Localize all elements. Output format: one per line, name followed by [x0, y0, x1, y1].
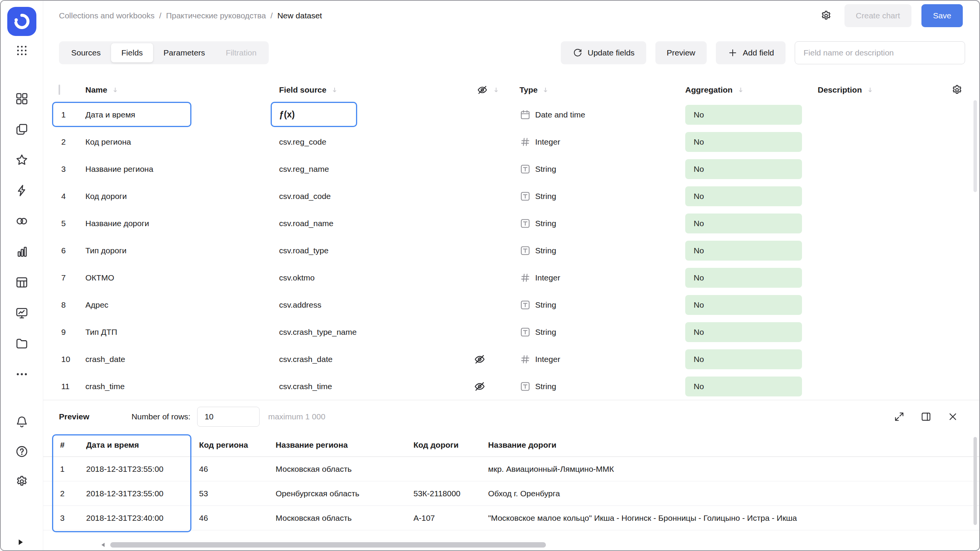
field-type[interactable]: String	[519, 191, 685, 202]
field-aggregation[interactable]: No	[685, 322, 818, 342]
field-type[interactable]: String	[519, 326, 685, 338]
field-aggregation[interactable]: No	[685, 159, 818, 179]
settings-button[interactable]	[818, 7, 835, 24]
table-settings-gear-icon[interactable]	[951, 84, 963, 96]
favorites-button[interactable]	[13, 152, 30, 168]
bell-button[interactable]	[13, 413, 30, 430]
preview-button[interactable]: Preview	[655, 41, 707, 64]
aggregation-select[interactable]: No	[685, 214, 802, 233]
field-name[interactable]: Тип дороги	[85, 246, 279, 255]
horizontal-scrollbar[interactable]	[86, 541, 546, 549]
apps-grid-button[interactable]	[13, 42, 30, 59]
preview-vertical-scrollbar[interactable]	[973, 437, 977, 525]
datalens-logo[interactable]	[7, 7, 36, 36]
field-row[interactable]: 4 Код дороги csv.road_code String No	[43, 183, 979, 210]
field-row[interactable]: 11 crash_time csv.crash_time String No	[43, 373, 979, 400]
aggregation-select[interactable]: No	[685, 349, 802, 369]
field-hidden-cell[interactable]	[467, 380, 519, 393]
field-name[interactable]: Название дороги	[85, 219, 279, 228]
datasets-button[interactable]	[13, 274, 30, 291]
field-aggregation[interactable]: No	[685, 295, 818, 315]
tab-filtration[interactable]: Filtration	[216, 43, 267, 62]
workbooks-button[interactable]	[13, 121, 30, 138]
column-header-type[interactable]: Type	[519, 85, 685, 95]
aggregation-select[interactable]: No	[685, 295, 802, 315]
aggregation-select[interactable]: No	[685, 132, 802, 152]
monitoring-button[interactable]	[13, 305, 30, 321]
field-source[interactable]: csv.crash_type_name	[279, 328, 467, 337]
field-row[interactable]: 10 crash_date csv.crash_date Integer No	[43, 346, 979, 373]
column-header-name[interactable]: Name	[85, 85, 279, 95]
field-name[interactable]: Код региона	[85, 137, 279, 147]
field-aggregation[interactable]: No	[685, 377, 818, 396]
field-type[interactable]: Date and time	[519, 109, 685, 121]
help-button[interactable]	[13, 443, 30, 460]
field-name[interactable]: Тип ДТП	[85, 328, 279, 337]
field-source[interactable]: csv.crash_time	[279, 382, 467, 391]
breadcrumb-item[interactable]: Практические руководства	[166, 11, 266, 20]
field-type[interactable]: String	[519, 163, 685, 175]
search-input[interactable]	[795, 41, 965, 64]
tab-parameters[interactable]: Parameters	[153, 43, 216, 62]
aggregation-select[interactable]: No	[685, 268, 802, 288]
field-type[interactable]: String	[519, 299, 685, 311]
aggregation-select[interactable]: No	[685, 186, 802, 206]
field-name[interactable]: crash_time	[85, 382, 279, 391]
field-type[interactable]: String	[519, 245, 685, 256]
field-row[interactable]: 5 Название дороги csv.road_name String N…	[43, 210, 979, 237]
field-row[interactable]: 1 Дата и время ƒ(x) Date and time No	[43, 101, 979, 128]
create-chart-button[interactable]: Create chart	[844, 4, 912, 27]
field-type[interactable]: Integer	[519, 272, 685, 284]
aggregation-select[interactable]: No	[685, 322, 802, 342]
add-field-button[interactable]: Add field	[716, 41, 786, 64]
field-row[interactable]: 9 Тип ДТП csv.crash_type_name String No	[43, 318, 979, 346]
field-source[interactable]: ƒ(x)	[279, 109, 467, 120]
field-type[interactable]: Integer	[519, 136, 685, 148]
field-source[interactable]: csv.road_code	[279, 192, 467, 201]
sidebar-collapse-button[interactable]	[15, 537, 25, 547]
charts-button[interactable]	[13, 243, 30, 260]
fullscreen-expand-icon[interactable]	[893, 411, 905, 422]
rows-count-input[interactable]	[197, 407, 260, 427]
field-source[interactable]: csv.crash_date	[279, 355, 467, 364]
field-name[interactable]: crash_date	[85, 355, 279, 364]
field-aggregation[interactable]: No	[685, 241, 818, 261]
field-name[interactable]: Адрес	[85, 300, 279, 310]
field-row[interactable]: 8 Адрес csv.address String No	[43, 291, 979, 318]
connections-button[interactable]	[13, 213, 30, 230]
select-all-checkbox[interactable]	[59, 85, 60, 95]
field-source[interactable]: csv.reg_name	[279, 165, 467, 174]
aggregation-select[interactable]: No	[685, 377, 802, 396]
column-header-aggregation[interactable]: Aggregation	[685, 85, 818, 95]
field-row[interactable]: 2 Код региона csv.reg_code Integer No	[43, 128, 979, 155]
save-button[interactable]: Save	[921, 4, 963, 27]
scroll-left-arrow-icon[interactable]	[100, 541, 107, 549]
aggregation-select[interactable]: No	[685, 105, 802, 125]
update-fields-button[interactable]: Update fields	[561, 41, 646, 64]
bolt-button[interactable]	[13, 182, 30, 199]
field-name[interactable]: Название региона	[85, 165, 279, 174]
dashboards-button[interactable]	[13, 90, 30, 107]
horizontal-scrollbar-thumb[interactable]	[110, 542, 546, 548]
field-type[interactable]: String	[519, 381, 685, 392]
breadcrumb-item[interactable]: Collections and workbooks	[59, 11, 155, 20]
field-aggregation[interactable]: No	[685, 132, 818, 152]
column-header-description[interactable]: Description	[818, 85, 935, 95]
column-header-source[interactable]: Field source	[279, 85, 467, 95]
fields-vertical-scrollbar[interactable]	[973, 100, 977, 192]
field-aggregation[interactable]: No	[685, 349, 818, 369]
tab-sources[interactable]: Sources	[61, 43, 111, 62]
more-button[interactable]	[13, 366, 30, 383]
aggregation-select[interactable]: No	[685, 159, 802, 179]
tab-fields[interactable]: Fields	[111, 43, 153, 62]
gear-button[interactable]	[13, 473, 30, 490]
field-hidden-cell[interactable]	[467, 353, 519, 365]
field-row[interactable]: 6 Тип дороги csv.road_type String No	[43, 237, 979, 264]
field-name[interactable]: Код дороги	[85, 192, 279, 201]
field-aggregation[interactable]: No	[685, 105, 818, 125]
aggregation-select[interactable]: No	[685, 241, 802, 261]
column-header-hidden[interactable]	[467, 84, 519, 96]
field-source[interactable]: csv.road_type	[279, 246, 467, 255]
field-type[interactable]: Integer	[519, 354, 685, 365]
split-panel-icon[interactable]	[920, 411, 932, 422]
